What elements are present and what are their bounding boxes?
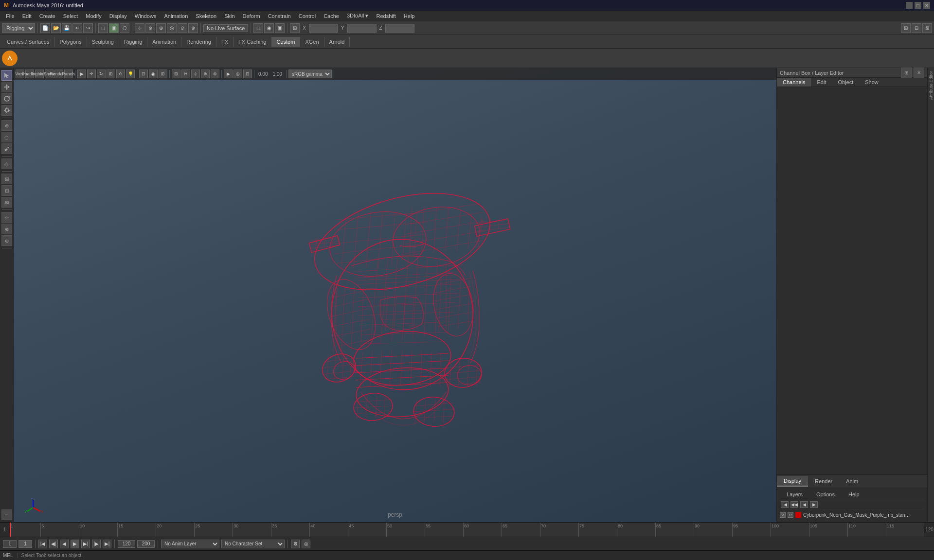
tab-curves-surfaces[interactable]: Curves / Surfaces — [2, 37, 54, 47]
vp-obj-detail[interactable]: ⊕ — [211, 70, 219, 78]
tab-fx[interactable]: FX — [216, 37, 234, 47]
vp-colorspace-select[interactable]: sRGB gamma — [288, 70, 332, 78]
menu-help[interactable]: Help — [400, 12, 419, 20]
layer-tab-layers[interactable]: Layers — [781, 490, 808, 499]
play-jump-start[interactable]: |◀ — [38, 540, 47, 548]
menu-redshift[interactable]: Redshift — [373, 12, 400, 20]
vp-menu-lighting[interactable]: Lighting — [35, 70, 44, 78]
layer-visibility-v[interactable]: V — [780, 512, 786, 518]
tab-custom[interactable]: Custom — [272, 37, 301, 47]
tab-rigging[interactable]: Rigging — [119, 37, 147, 47]
tb-extra3[interactable]: ⊠ — [922, 23, 932, 33]
tab-edit[interactable]: Edit — [811, 78, 832, 87]
lt-soft-btn[interactable]: ◌ — [1, 132, 12, 142]
vp-snap-view[interactable]: ⊗ — [201, 70, 210, 78]
lt-rotate-btn[interactable] — [1, 93, 12, 104]
lt-ik-btn[interactable]: ⊗ — [1, 224, 12, 234]
vp-select-arrow[interactable]: ▶ — [77, 70, 86, 78]
menu-edit[interactable]: Edit — [18, 12, 36, 20]
tb-render2[interactable]: ◉ — [264, 23, 274, 33]
panel-close-btn[interactable]: ✕ — [914, 68, 924, 78]
tab-sculpting[interactable]: Sculpting — [87, 37, 119, 47]
tb-snap2[interactable]: ⊗ — [145, 23, 155, 33]
timeline-ruler[interactable]: 1510152025303540455055606570758085909510… — [10, 523, 924, 537]
vp-render-play[interactable]: ▶ — [224, 70, 233, 78]
tb-snap4[interactable]: ◎ — [167, 23, 177, 33]
lt-move-btn[interactable] — [1, 82, 12, 92]
no-live-surface-btn[interactable]: No Live Surface — [203, 24, 248, 32]
tb-snap6[interactable]: ⊛ — [188, 23, 198, 33]
close-button[interactable]: ✕ — [923, 2, 930, 9]
menu-deform[interactable]: Deform — [239, 12, 264, 20]
layer-tab-options[interactable]: Options — [810, 490, 841, 499]
layer-nav-first[interactable]: |◀ — [781, 501, 789, 508]
menu-animation[interactable]: Animation — [160, 12, 192, 20]
vp-menu-panels[interactable]: Panels — [64, 70, 73, 78]
lt-paint-btn[interactable]: 🖌 — [1, 143, 12, 154]
menu-skin[interactable]: Skin — [220, 12, 238, 20]
vp-grid-toggle[interactable]: ⊞ — [172, 70, 180, 78]
menu-windows[interactable]: Windows — [131, 12, 161, 20]
tb-open[interactable]: 📂 — [51, 23, 61, 33]
lt-universal-btn[interactable]: ⊕ — [1, 120, 12, 131]
vp-wireframe[interactable]: ⊡ — [139, 70, 148, 78]
layer-nav-prev[interactable]: ◀◀ — [790, 501, 798, 508]
menu-constrain[interactable]: Constrain — [264, 12, 295, 20]
vp-shaded-wire[interactable]: ⊞ — [159, 70, 167, 78]
lt-cluster-btn[interactable]: ⊠ — [1, 197, 12, 208]
tb-redo[interactable]: ↪ — [83, 23, 93, 33]
tab-rendering[interactable]: Rendering — [181, 37, 216, 47]
lt-select-btn[interactable] — [1, 70, 12, 81]
tab-show[interactable]: Show — [859, 78, 884, 87]
tb-select[interactable]: ◻ — [98, 23, 108, 33]
lt-align-btn[interactable]: ⊟ — [1, 185, 12, 196]
menu-file[interactable]: File — [2, 12, 18, 20]
play-jump-end[interactable]: ▶| — [103, 540, 111, 548]
tb-select-active[interactable]: ▣ — [109, 23, 119, 33]
br-tab-display[interactable]: Display — [777, 476, 808, 487]
tab-polygons[interactable]: Polygons — [54, 37, 87, 47]
shelf-icon-logo[interactable] — [2, 51, 18, 66]
layer-nav-back[interactable]: ◀ — [800, 501, 808, 508]
tb-snap1[interactable]: ⊹ — [135, 23, 144, 33]
tb-snap5[interactable]: ⊙ — [178, 23, 187, 33]
vp-rotate-tool[interactable]: ↻ — [97, 70, 106, 78]
play-next-frame[interactable]: ▶| — [81, 540, 90, 548]
lt-snap-btn[interactable]: ⊞ — [1, 174, 12, 184]
br-tab-anim[interactable]: Anim — [839, 476, 865, 486]
tab-animation[interactable]: Animation — [147, 37, 181, 47]
play-prev-key[interactable]: ◀| — [49, 540, 58, 548]
menu-modify[interactable]: Modify — [82, 12, 105, 20]
layer-playback-p[interactable]: P — [788, 512, 793, 518]
tb-extra1[interactable]: ⊞ — [901, 23, 911, 33]
layer-nav-fwd[interactable]: ▶ — [810, 501, 818, 508]
coord-z-input[interactable] — [385, 24, 414, 33]
play-prev-frame[interactable]: ◀ — [60, 540, 69, 548]
tb-render3[interactable]: ▣ — [275, 23, 285, 33]
frame-end-input[interactable] — [118, 540, 135, 548]
tab-arnold[interactable]: Arnold — [324, 37, 350, 47]
layer-tab-help[interactable]: Help — [843, 490, 865, 499]
play-forward-btn[interactable]: ▶ — [71, 540, 79, 548]
bc-extra-btn1[interactable]: ⚙ — [291, 540, 300, 548]
vp-smooth[interactable]: ◉ — [149, 70, 158, 78]
vp-move-tool[interactable]: ✛ — [87, 70, 96, 78]
lt-scale-btn[interactable] — [1, 105, 12, 116]
tb-save[interactable]: 💾 — [62, 23, 72, 33]
coord-y-input[interactable] — [347, 24, 377, 33]
vp-camera[interactable]: ⊙ — [116, 70, 125, 78]
tab-channels[interactable]: Channels — [777, 78, 811, 87]
workspace-selector[interactable]: Rigging — [2, 23, 35, 33]
tb-new[interactable]: 📄 — [40, 23, 50, 33]
tab-fx-caching[interactable]: FX Caching — [234, 37, 271, 47]
tb-snap3[interactable]: ⊕ — [156, 23, 166, 33]
panel-float-btn[interactable]: ⊞ — [901, 68, 912, 78]
frame-current-input[interactable] — [18, 540, 32, 548]
lt-con-btn[interactable]: ⊕ — [1, 235, 12, 246]
coord-x-input[interactable] — [309, 24, 338, 33]
lt-joint-btn[interactable]: ⊹ — [1, 212, 12, 223]
menu-cache[interactable]: Cache — [320, 12, 343, 20]
menu-skeleton[interactable]: Skeleton — [192, 12, 220, 20]
tb-grid[interactable]: ⊞ — [290, 23, 300, 33]
tb-render1[interactable]: ◻ — [253, 23, 263, 33]
